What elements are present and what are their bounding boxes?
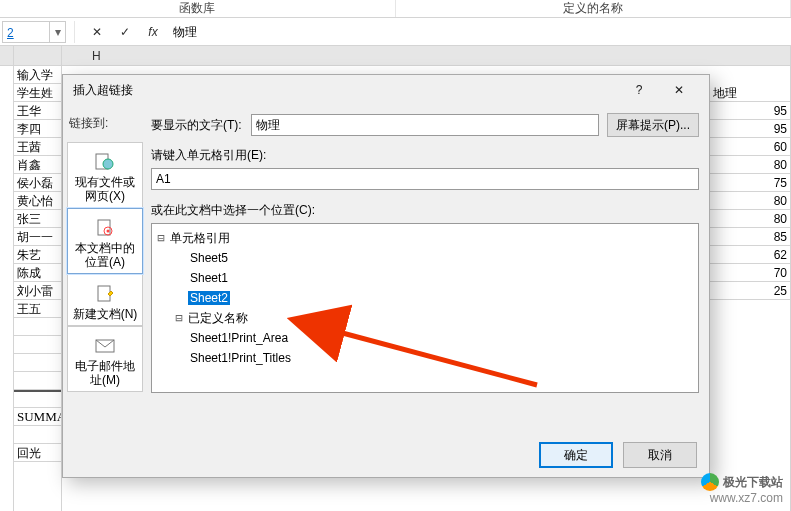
globe-page-icon — [70, 151, 140, 173]
fx-icon[interactable]: fx — [139, 21, 167, 43]
document-target-icon — [70, 217, 140, 239]
watermark-logo-icon — [701, 473, 719, 491]
svg-point-1 — [103, 159, 113, 169]
dialog-titlebar[interactable]: 插入超链接 ? ✕ — [63, 75, 709, 105]
cell[interactable]: 学生姓 — [14, 84, 61, 102]
cell-ref-input[interactable] — [151, 168, 699, 190]
ribbon: 函数库 定义的名称 — [0, 0, 791, 18]
tree-group-cellref[interactable]: 单元格引用 — [168, 230, 232, 247]
watermark-url: www.xz7.com — [710, 491, 783, 505]
screen-tip-button[interactable]: 屏幕提示(P)... — [607, 113, 699, 137]
place-tree[interactable]: ⊟ 单元格引用 Sheet5 Sheet1 Sheet2 ⊟ 已定义名称 She… — [151, 223, 699, 393]
cell[interactable]: 95 — [710, 120, 790, 138]
cell[interactable]: 95 — [710, 102, 790, 120]
watermark: 极光下载站 www.xz7.com — [643, 473, 783, 505]
ok-button[interactable]: 确定 — [539, 442, 613, 468]
cell[interactable]: 80 — [710, 156, 790, 174]
cell[interactable]: 85 — [710, 228, 790, 246]
cell[interactable]: 60 — [710, 138, 790, 156]
dialog-main-pane: 要显示的文字(T): 屏幕提示(P)... 请键入单元格引用(E): 或在此文档… — [147, 105, 709, 435]
cell[interactable]: 70 — [710, 264, 790, 282]
formula-bar-value[interactable]: 物理 — [167, 21, 791, 43]
cell[interactable]: 陈成 — [14, 264, 61, 282]
cell[interactable]: 王五 — [14, 300, 61, 318]
cell[interactable] — [14, 426, 61, 444]
tree-group-defined-names[interactable]: 已定义名称 — [186, 310, 250, 327]
cell[interactable]: 朱艺 — [14, 246, 61, 264]
sidebar-item-label: 本文档中的位置(A) — [70, 241, 140, 269]
cell[interactable]: 黄心怡 — [14, 192, 61, 210]
tree-item-sheet1[interactable]: Sheet1 — [188, 271, 230, 285]
display-text-input[interactable] — [251, 114, 599, 136]
cell-header-geo[interactable]: 地理 — [710, 84, 790, 102]
ribbon-section-names: 定义的名称 — [396, 0, 792, 17]
tree-collapse-icon[interactable]: ⊟ — [172, 311, 186, 325]
insert-hyperlink-dialog: 插入超链接 ? ✕ 链接到: 现有文件或网页(X) 本文档中的位置(A) — [62, 74, 710, 478]
cell[interactable]: 75 — [710, 174, 790, 192]
cell[interactable] — [14, 336, 61, 354]
cell[interactable] — [14, 318, 61, 336]
dialog-title: 插入超链接 — [73, 82, 619, 99]
cancel-button[interactable]: 取消 — [623, 442, 697, 468]
formula-bar: 2 ▾ ✕ ✓ fx 物理 — [0, 18, 791, 46]
column-A: 输入学 学生姓 王华 李四 王茜 肖鑫 侯小磊 黄心怡 张三 胡一一 朱艺 陈成… — [14, 46, 62, 511]
dialog-footer: 确定 取消 — [63, 435, 709, 475]
cell[interactable]: 刘小雷 — [14, 282, 61, 300]
tree-item-print-titles[interactable]: Sheet1!Print_Titles — [188, 351, 293, 365]
tree-item-print-area[interactable]: Sheet1!Print_Area — [188, 331, 290, 345]
tree-item-sheet5[interactable]: Sheet5 — [188, 251, 230, 265]
sidebar-item-new-doc[interactable]: 新建文档(N) — [67, 274, 143, 326]
cell[interactable]: 回光 — [14, 444, 61, 462]
cell[interactable]: 80 — [710, 210, 790, 228]
sidebar-item-label: 现有文件或网页(X) — [70, 175, 140, 203]
sidebar-item-label: 新建文档(N) — [70, 307, 140, 321]
cell[interactable]: 62 — [710, 246, 790, 264]
ribbon-section-functions: 函数库 — [0, 0, 396, 17]
cell[interactable]: 80 — [710, 192, 790, 210]
col-header-A[interactable] — [14, 46, 61, 66]
sidebar-item-place-in-doc[interactable]: 本文档中的位置(A) — [67, 208, 143, 274]
cell[interactable]: 王华 — [14, 102, 61, 120]
cell[interactable] — [14, 372, 61, 390]
sidebar-item-existing-file[interactable]: 现有文件或网页(X) — [67, 142, 143, 208]
help-button[interactable]: ? — [619, 78, 659, 102]
cell[interactable]: 25 — [710, 282, 790, 300]
row-headers — [0, 46, 14, 511]
cell-summary[interactable]: SUMMAR — [14, 408, 61, 426]
link-to-label: 链接到: — [67, 109, 143, 142]
cell-ref-label: 请键入单元格引用(E): — [151, 147, 699, 164]
cell[interactable]: 王茜 — [14, 138, 61, 156]
cell[interactable] — [14, 354, 61, 372]
cell[interactable]: 张三 — [14, 210, 61, 228]
new-document-icon — [70, 283, 140, 305]
watermark-brand: 极光下载站 — [723, 474, 783, 491]
cell[interactable] — [14, 390, 61, 408]
link-to-sidebar: 链接到: 现有文件或网页(X) 本文档中的位置(A) 新建文档(N) — [63, 105, 147, 435]
separator — [74, 21, 75, 43]
display-text-label: 要显示的文字(T): — [151, 117, 251, 134]
cancel-formula-icon[interactable]: ✕ — [83, 21, 111, 43]
name-box[interactable]: 2 — [2, 21, 50, 43]
place-label: 或在此文档中选择一个位置(C): — [151, 202, 699, 219]
cell[interactable]: 侯小磊 — [14, 174, 61, 192]
col-header-H[interactable]: H — [62, 46, 790, 66]
tree-item-sheet2-selected[interactable]: Sheet2 — [188, 291, 230, 305]
cell[interactable]: 肖鑫 — [14, 156, 61, 174]
sidebar-item-email[interactable]: 电子邮件地址(M) — [67, 326, 143, 392]
cell[interactable]: 李四 — [14, 120, 61, 138]
sidebar-item-label: 电子邮件地址(M) — [70, 359, 140, 387]
cell[interactable] — [710, 66, 790, 84]
svg-point-4 — [107, 230, 110, 233]
enter-formula-icon[interactable]: ✓ — [111, 21, 139, 43]
close-button[interactable]: ✕ — [659, 78, 699, 102]
envelope-icon — [70, 335, 140, 357]
name-box-dropdown[interactable]: ▾ — [50, 21, 66, 43]
cell[interactable]: 输入学 — [14, 66, 61, 84]
tree-collapse-icon[interactable]: ⊟ — [154, 231, 168, 245]
select-all-corner[interactable] — [0, 46, 13, 66]
cell[interactable]: 胡一一 — [14, 228, 61, 246]
